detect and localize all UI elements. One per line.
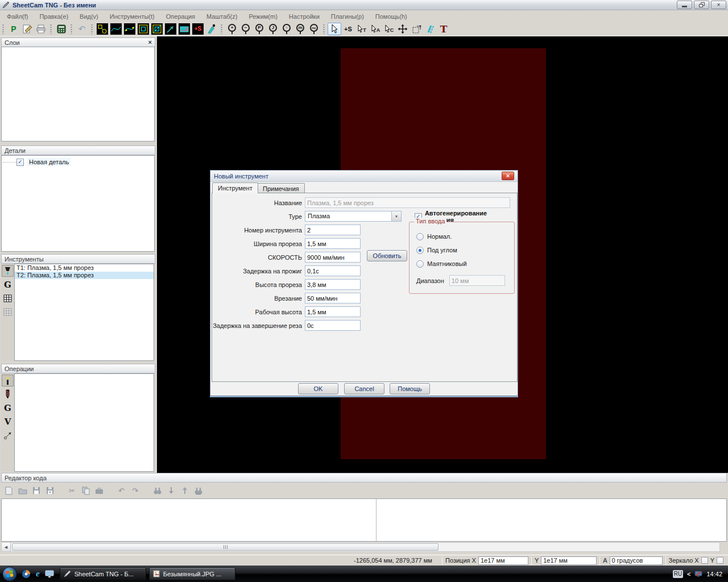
menu-operation[interactable]: Операция [160, 12, 201, 21]
find-next-button[interactable] [165, 485, 177, 496]
editor-pane-divider[interactable] [376, 499, 377, 541]
pen-tool-button[interactable] [205, 23, 218, 35]
tool-table-button[interactable] [2, 292, 14, 304]
mirror-y-checkbox[interactable] [717, 557, 723, 564]
code-editor-text-area[interactable] [1, 498, 727, 542]
cut-height-field[interactable] [305, 306, 361, 317]
toolbar-grip[interactable] [221, 24, 222, 34]
scroll-left-button[interactable]: ◀ [2, 543, 11, 551]
rect-diagonal-button[interactable] [150, 23, 164, 35]
toolbar-grip[interactable] [50, 24, 52, 34]
rect-outline-button[interactable] [136, 23, 150, 35]
menu-view[interactable]: Вид(v) [74, 12, 104, 21]
gcode-operation-button[interactable]: G [2, 402, 14, 414]
v-operation-button[interactable]: V [2, 415, 14, 427]
select-contour-mode-button[interactable]: C [382, 23, 396, 35]
cancel-button[interactable]: Cancel [344, 383, 384, 394]
new-file-button[interactable] [3, 485, 15, 496]
editor-horizontal-scrollbar[interactable]: ◀ [1, 542, 720, 552]
path-tool-button[interactable] [96, 23, 109, 35]
scroll-thumb[interactable] [12, 543, 439, 551]
part-tree-item[interactable]: ✓ Новая деталь [2, 157, 154, 167]
edit-post-button[interactable] [20, 23, 34, 35]
plasma-tool-button[interactable] [2, 265, 14, 277]
measure-button[interactable] [164, 23, 177, 35]
taskbar-item-image[interactable]: Безымянный.JPG ... [149, 567, 235, 580]
menu-edit[interactable]: Правка(e) [34, 12, 74, 21]
tab-tool[interactable]: Инструмент [212, 182, 258, 193]
part-checkbox[interactable]: ✓ [16, 159, 24, 166]
move-operation-button[interactable] [2, 429, 14, 441]
media-app-icon[interactable] [22, 569, 31, 579]
drill-operation-button[interactable] [2, 388, 14, 400]
material-button[interactable] [177, 23, 191, 35]
zoom-machine-button[interactable]: nc [307, 23, 321, 35]
save-file-button[interactable] [30, 485, 42, 496]
cut-button[interactable]: ✂ [66, 485, 78, 496]
feed-rate-field[interactable] [305, 252, 361, 263]
position-x-field[interactable]: 1e17 мм [478, 556, 528, 565]
layers-list[interactable] [1, 47, 155, 142]
print-button[interactable] [34, 23, 48, 35]
taskbar-item-sheetcam[interactable]: SheetCam TNG - Б... [60, 567, 146, 580]
gcode-tool-button[interactable]: G [2, 278, 14, 290]
language-indicator[interactable]: RU [673, 570, 683, 578]
tool-item-t2[interactable]: T2: Плазма, 1,5 мм прорез [15, 272, 154, 279]
layers-close-icon[interactable]: × [148, 39, 152, 45]
menu-scale[interactable]: Маштаб(z) [201, 12, 243, 21]
help-button[interactable]: Помощь [390, 383, 430, 394]
add-shape-button[interactable]: +S [191, 23, 205, 35]
range-field[interactable] [449, 275, 505, 286]
plunge-rate-field[interactable] [305, 293, 361, 304]
ok-button[interactable]: OK [298, 383, 338, 394]
post-process-button[interactable]: P [7, 23, 20, 35]
type-combo[interactable]: Плазма ▼ [305, 211, 402, 222]
tray-collapse-icon[interactable]: < [687, 571, 690, 577]
kerf-width-field[interactable] [305, 238, 361, 249]
replace-button[interactable] [192, 485, 204, 496]
save-as-button[interactable] [44, 485, 56, 496]
toolbar-grip[interactable] [71, 24, 72, 34]
zoom-job-button[interactable]: J [266, 23, 280, 35]
menu-tools[interactable]: Инструменты(t) [104, 12, 160, 21]
menu-help[interactable]: Помощь(h) [370, 12, 413, 21]
zoom-out-button[interactable]: − [239, 23, 253, 35]
curve-nodes-button[interactable] [123, 23, 136, 35]
find-button[interactable] [151, 485, 163, 496]
name-field[interactable] [305, 197, 510, 208]
radio-normal-row[interactable]: Нормал. [416, 232, 452, 240]
edit-path-mode-button[interactable] [423, 23, 437, 35]
show-desktop-icon[interactable] [45, 570, 54, 578]
toolbar-grip[interactable] [323, 24, 325, 34]
parts-tree[interactable]: ✓ Новая деталь [1, 155, 155, 252]
tools-list[interactable]: T1: Плазма, 1,5 мм прорез T2: Плазма, 1,… [14, 264, 154, 361]
operations-list[interactable] [14, 373, 154, 472]
radio-angle[interactable] [416, 247, 424, 254]
toolbar-grip[interactable] [91, 24, 93, 34]
calculator-button[interactable] [55, 23, 68, 35]
radio-pendulum-row[interactable]: Маятниковый [416, 260, 467, 268]
internet-explorer-icon[interactable]: e [36, 569, 40, 578]
chevron-down-icon[interactable]: ▼ [391, 211, 401, 221]
editor-redo-button[interactable]: ↷ [129, 485, 141, 496]
update-button[interactable]: Обновить [367, 250, 407, 261]
menu-plugins[interactable]: Плагины(p) [325, 12, 370, 21]
tool-item-t1[interactable]: T1: Плазма, 1,5 мм прорез [15, 264, 154, 272]
nest-mode-button[interactable] [410, 23, 423, 35]
paste-button[interactable] [93, 485, 105, 496]
mirror-x-checkbox[interactable] [701, 557, 708, 564]
menu-file[interactable]: Файл(f) [1, 12, 34, 21]
tray-app-icon[interactable] [694, 570, 702, 577]
zoom-material-button[interactable]: m [293, 23, 307, 35]
undo-button[interactable]: ↶ [75, 23, 89, 35]
open-file-button[interactable] [16, 485, 28, 496]
part-label[interactable]: Новая деталь [27, 158, 71, 166]
add-segment-button[interactable]: +S [341, 23, 355, 35]
zoom-rect-button[interactable]: ▫ [280, 23, 293, 35]
close-button[interactable]: × [711, 1, 726, 9]
editor-undo-button[interactable]: ↶ [115, 485, 127, 496]
radio-pendulum[interactable] [416, 260, 424, 268]
radio-normal[interactable] [416, 233, 424, 240]
menu-settings[interactable]: Настройки [283, 12, 325, 21]
menu-mode[interactable]: Режим(m) [243, 12, 283, 21]
